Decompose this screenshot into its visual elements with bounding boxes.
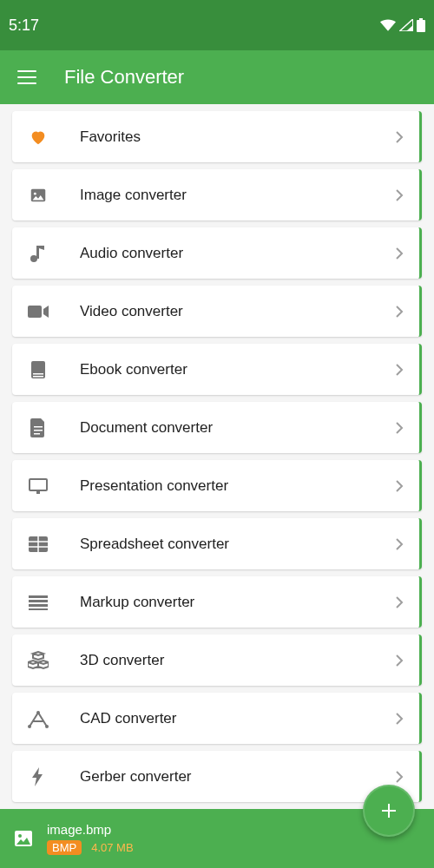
status-time: 5:17	[9, 16, 39, 35]
chevron-right-icon	[395, 364, 404, 376]
svg-rect-14	[36, 490, 40, 494]
svg-rect-10	[34, 426, 43, 428]
svg-point-4	[30, 255, 37, 262]
add-fab[interactable]	[363, 785, 415, 837]
chevron-right-icon	[395, 189, 404, 201]
audio-icon	[28, 243, 49, 264]
list-item-presentation[interactable]: Presentation converter	[12, 460, 422, 511]
app-title: File Converter	[64, 66, 184, 89]
list-item-ebook[interactable]: Ebook converter	[12, 344, 422, 395]
plus-icon	[378, 800, 399, 821]
size-badge: 4.07 MB	[86, 840, 138, 855]
battery-icon	[417, 18, 425, 32]
svg-rect-9	[33, 376, 43, 378]
chevron-right-icon	[395, 131, 404, 143]
chevron-right-icon	[395, 480, 404, 492]
list-item-3d[interactable]: 3D converter	[12, 635, 422, 686]
video-icon	[28, 301, 49, 322]
list-item-label: Markup converter	[80, 594, 194, 611]
list-item-label: CAD converter	[80, 710, 176, 727]
list-item-label: Document converter	[80, 419, 213, 437]
svg-rect-1	[419, 18, 423, 20]
svg-rect-19	[29, 595, 48, 598]
chevron-right-icon	[395, 771, 404, 783]
image-icon	[28, 185, 49, 206]
list-item-label: Image converter	[80, 187, 187, 204]
list-item-cad[interactable]: CAD converter	[12, 693, 422, 744]
status-icons	[380, 18, 425, 32]
markup-icon	[28, 592, 49, 613]
chevron-right-icon	[395, 596, 404, 608]
svg-point-27	[18, 834, 22, 838]
svg-rect-12	[34, 433, 40, 435]
svg-rect-11	[34, 430, 43, 431]
list-item-label: Favorites	[80, 128, 141, 146]
list-item-markup[interactable]: Markup converter	[12, 576, 422, 628]
file-image-icon	[12, 827, 35, 850]
list-item-label: 3D converter	[80, 652, 164, 669]
chevron-right-icon	[395, 422, 404, 434]
list-item-video[interactable]: Video converter	[12, 286, 422, 337]
svg-point-23	[36, 711, 40, 714]
app-bar: File Converter	[0, 50, 434, 104]
svg-point-3	[34, 192, 36, 194]
format-badge: BMP	[47, 840, 82, 855]
chevron-right-icon	[395, 306, 404, 318]
spreadsheet-icon	[28, 534, 49, 555]
signal-icon	[399, 19, 413, 31]
heart-icon	[28, 127, 49, 148]
list-item-document[interactable]: Document converter	[12, 402, 422, 453]
wifi-icon	[380, 19, 396, 31]
svg-rect-20	[29, 600, 48, 602]
list-item-spreadsheet[interactable]: Spreadsheet converter	[12, 518, 422, 569]
list-item-label: Presentation converter	[80, 477, 228, 495]
svg-rect-22	[29, 608, 48, 610]
svg-rect-21	[29, 604, 48, 607]
list-item-label: Audio converter	[80, 245, 183, 262]
svg-rect-0	[417, 20, 425, 32]
chevron-right-icon	[395, 654, 404, 667]
cad-icon	[28, 708, 49, 729]
svg-rect-6	[28, 306, 42, 318]
file-info: image.bmp BMP 4.07 MB	[47, 822, 139, 855]
list-item-label: Video converter	[80, 303, 183, 320]
list-item-audio[interactable]: Audio converter	[12, 227, 422, 279]
document-icon	[28, 418, 49, 438]
menu-icon[interactable]	[17, 70, 36, 84]
list-item-favorites[interactable]: Favorites	[12, 111, 422, 162]
svg-rect-5	[36, 246, 39, 259]
svg-point-24	[28, 725, 31, 728]
converter-list: Favorites Image converter Audio converte…	[0, 104, 434, 816]
list-item-label: Spreadsheet converter	[80, 536, 229, 553]
chevron-right-icon	[395, 247, 404, 260]
presentation-icon	[28, 476, 49, 496]
status-bar: 5:17	[0, 0, 434, 50]
svg-rect-8	[33, 373, 43, 375]
list-item-label: Ebook converter	[80, 361, 187, 378]
file-name: image.bmp	[47, 822, 139, 837]
3d-icon	[28, 650, 49, 671]
chevron-right-icon	[395, 713, 404, 725]
file-badges: BMP 4.07 MB	[47, 840, 139, 855]
list-item-gerber[interactable]: Gerber converter	[12, 751, 422, 802]
chevron-right-icon	[395, 538, 404, 550]
list-item-label: Gerber converter	[80, 768, 192, 786]
bolt-icon	[28, 766, 49, 787]
svg-rect-13	[30, 479, 47, 490]
list-item-image[interactable]: Image converter	[12, 169, 422, 220]
book-icon	[28, 359, 49, 380]
svg-point-25	[45, 725, 49, 728]
